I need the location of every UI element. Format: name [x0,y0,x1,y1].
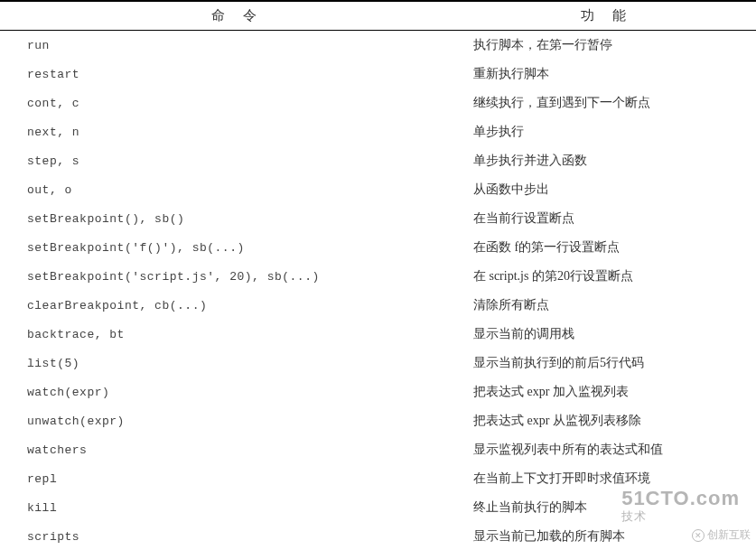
function-cell: 显示当前的调用栈 [469,320,756,349]
function-cell: 显示当前已加载的所有脚本 [469,522,756,550]
function-cell: 清除所有断点 [469,291,756,320]
function-cell: 显示监视列表中所有的表达式和值 [469,435,756,464]
command-cell: backtrace, bt [0,320,469,349]
command-cell: kill [0,493,469,522]
table-row: watchers显示监视列表中所有的表达式和值 [0,435,756,464]
table-row: setBreakpoint('f()'), sb(...)在函数 f的第一行设置… [0,233,756,262]
table-row: watch(expr)把表达式 expr 加入监视列表 [0,378,756,406]
function-cell: 在当前上下文打开即时求值环境 [469,464,756,493]
table-row: clearBreakpoint, cb(...)清除所有断点 [0,291,756,320]
header-function: 功能 [469,1,756,31]
table-row: cont, c继续执行，直到遇到下一个断点 [0,89,756,117]
command-cell: clearBreakpoint, cb(...) [0,291,469,320]
table-row: run执行脚本，在第一行暂停 [0,31,756,60]
table-row: setBreakpoint('script.js', 20), sb(...)在… [0,262,756,291]
function-cell: 在 script.js 的第20行设置断点 [469,262,756,291]
function-cell: 执行脚本，在第一行暂停 [469,31,756,60]
table-row: backtrace, bt显示当前的调用栈 [0,320,756,349]
table-row: step, s单步执行并进入函数 [0,146,756,175]
command-cell: step, s [0,146,469,175]
table-row: next, n单步执行 [0,117,756,146]
command-cell: out, o [0,175,469,204]
function-cell: 在函数 f的第一行设置断点 [469,233,756,262]
command-cell: watchers [0,435,469,464]
command-cell: unwatch(expr) [0,406,469,435]
command-cell: run [0,31,469,60]
command-cell: setBreakpoint('script.js', 20), sb(...) [0,262,469,291]
command-cell: repl [0,464,469,493]
function-cell: 在当前行设置断点 [469,204,756,233]
command-cell: scripts [0,522,469,550]
function-cell: 从函数中步出 [469,175,756,204]
table-row: setBreakpoint(), sb()在当前行设置断点 [0,204,756,233]
function-cell: 单步执行 [469,117,756,146]
command-cell: setBreakpoint(), sb() [0,204,469,233]
table-row: list(5)显示当前执行到的前后5行代码 [0,349,756,378]
command-cell: watch(expr) [0,378,469,406]
command-cell: restart [0,60,469,89]
table-row: out, o从函数中步出 [0,175,756,204]
function-cell: 把表达式 expr 加入监视列表 [469,378,756,406]
table-row: kill终止当前执行的脚本 [0,493,756,522]
command-cell: list(5) [0,349,469,378]
table-header-row: 命令 功能 [0,1,756,31]
table-row: scripts显示当前已加载的所有脚本 [0,522,756,550]
command-cell: next, n [0,117,469,146]
header-command: 命令 [0,1,469,31]
function-cell: 单步执行并进入函数 [469,146,756,175]
table-row: restart重新执行脚本 [0,60,756,89]
table-row: unwatch(expr)把表达式 expr 从监视列表移除 [0,406,756,435]
table-body: run执行脚本，在第一行暂停restart重新执行脚本cont, c继续执行，直… [0,31,756,550]
function-cell: 终止当前执行的脚本 [469,493,756,522]
function-cell: 继续执行，直到遇到下一个断点 [469,89,756,117]
command-cell: setBreakpoint('f()'), sb(...) [0,233,469,262]
table-row: repl在当前上下文打开即时求值环境 [0,464,756,493]
debugger-commands-table: 命令 功能 run执行脚本，在第一行暂停restart重新执行脚本cont, c… [0,0,756,550]
function-cell: 重新执行脚本 [469,60,756,89]
command-cell: cont, c [0,89,469,117]
function-cell: 显示当前执行到的前后5行代码 [469,349,756,378]
function-cell: 把表达式 expr 从监视列表移除 [469,406,756,435]
